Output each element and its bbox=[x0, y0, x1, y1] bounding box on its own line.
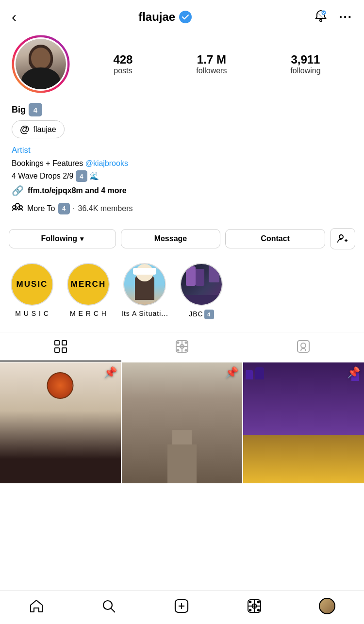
following-count: 3,911 bbox=[290, 53, 320, 66]
photo-grid: 📌 📌 bbox=[0, 362, 364, 483]
svg-point-0 bbox=[179, 11, 192, 23]
highlight-jbc[interactable]: JBC4 bbox=[178, 263, 225, 319]
svg-point-1 bbox=[320, 19, 322, 21]
tab-reels[interactable] bbox=[121, 332, 243, 361]
create-icon bbox=[174, 598, 189, 614]
bio-bookings-line: Bookings + Features @kiajbrooks bbox=[12, 158, 352, 169]
back-button[interactable]: ‹ bbox=[12, 10, 17, 24]
username-area: flaujae bbox=[138, 10, 192, 24]
display-name: Big 4 bbox=[12, 103, 352, 116]
nav-search[interactable] bbox=[101, 598, 116, 614]
svg-rect-14 bbox=[62, 348, 66, 352]
svg-point-7 bbox=[19, 206, 22, 209]
bio-section: Big 4 @ flaujae Artist Bookings + Featur… bbox=[0, 100, 364, 222]
tab-tagged[interactable] bbox=[243, 332, 364, 361]
svg-point-8 bbox=[339, 235, 343, 239]
svg-rect-13 bbox=[55, 348, 59, 352]
followers-label: followers bbox=[196, 66, 227, 75]
pin-icon-2: 📌 bbox=[225, 366, 238, 379]
profile-username: flaujae bbox=[138, 10, 175, 24]
highlight-merch-circle: MERCH bbox=[67, 263, 110, 306]
svg-point-25 bbox=[103, 601, 112, 609]
svg-rect-12 bbox=[62, 341, 66, 345]
members-count: 36.4K members bbox=[78, 204, 133, 213]
home-icon bbox=[29, 598, 44, 614]
link-chain-icon: 🔗 bbox=[12, 185, 24, 197]
svg-point-6 bbox=[13, 206, 16, 209]
verified-badge-icon bbox=[179, 11, 192, 23]
following-label: following bbox=[290, 66, 320, 75]
svg-point-17 bbox=[178, 342, 179, 344]
community-row[interactable]: More To 4 · 36.4K members bbox=[12, 201, 352, 215]
add-person-icon bbox=[337, 233, 348, 245]
threads-handle: flaujae bbox=[33, 125, 56, 134]
more-options-icon[interactable]: ··· bbox=[339, 11, 352, 23]
more-to-label: More To bbox=[27, 204, 55, 213]
highlights-section: MUSIC M U S I C MERCH M E R C H bbox=[0, 255, 364, 327]
followers-count: 1.7 M bbox=[196, 53, 227, 66]
contact-button[interactable]: Contact bbox=[225, 229, 325, 248]
avatar-image bbox=[14, 37, 67, 91]
nav-profile[interactable] bbox=[319, 598, 335, 614]
nav-icons: ··· bbox=[314, 9, 352, 25]
tab-grid[interactable] bbox=[0, 332, 121, 361]
highlight-situation[interactable]: Its A Situati... bbox=[121, 263, 168, 319]
highlight-jbc-label: JBC4 bbox=[189, 310, 214, 319]
svg-rect-11 bbox=[55, 341, 59, 345]
community-text: More To 4 · 36.4K members bbox=[27, 203, 132, 214]
link-text: ffm.to/ejpqx8m and 4 more bbox=[28, 186, 127, 195]
posts-label: posts bbox=[114, 66, 132, 75]
bottom-navigation bbox=[0, 591, 364, 624]
svg-point-18 bbox=[185, 342, 187, 344]
search-icon bbox=[101, 598, 116, 614]
avatar-wrapper[interactable] bbox=[12, 35, 70, 93]
grid-item-2[interactable]: 📌 bbox=[122, 362, 243, 483]
svg-point-32 bbox=[249, 601, 251, 603]
top-navigation: ‹ flaujae ··· bbox=[0, 0, 364, 30]
svg-point-34 bbox=[249, 609, 251, 611]
stat-following[interactable]: 3,911 following bbox=[290, 53, 320, 75]
tabs-bar bbox=[0, 332, 364, 362]
reels-icon bbox=[175, 339, 189, 354]
highlight-music[interactable]: MUSIC M U S I C bbox=[9, 263, 55, 319]
bio-artist-line: Artist bbox=[12, 144, 352, 157]
svg-line-26 bbox=[111, 608, 115, 612]
posts-count: 428 bbox=[113, 53, 132, 66]
svg-point-5 bbox=[16, 203, 19, 207]
highlight-jbc-circle bbox=[180, 263, 223, 306]
pin-icon-1: 📌 bbox=[104, 366, 117, 379]
bio-wave-line: 4 Wave Drops 2/9 4 🌊 bbox=[12, 170, 352, 182]
stat-followers[interactable]: 1.7 M followers bbox=[196, 53, 227, 75]
community-icon bbox=[12, 201, 23, 215]
number-badge: 4 bbox=[29, 103, 42, 116]
grid-icon bbox=[53, 339, 68, 354]
pin-icon-3: 📌 bbox=[347, 366, 360, 379]
stat-posts[interactable]: 428 posts bbox=[113, 53, 132, 75]
nav-create[interactable] bbox=[174, 598, 189, 614]
action-buttons: Following ▾ Message Contact bbox=[0, 222, 364, 255]
grid-item-3[interactable]: 📌 bbox=[243, 362, 364, 483]
threads-link[interactable]: @ flaujae bbox=[12, 120, 65, 138]
notification-bell-icon[interactable] bbox=[314, 9, 328, 25]
svg-point-19 bbox=[178, 350, 179, 351]
nav-reels[interactable] bbox=[247, 598, 262, 614]
highlight-situation-label: Its A Situati... bbox=[121, 310, 168, 317]
svg-point-20 bbox=[185, 350, 187, 351]
highlight-situation-circle bbox=[123, 263, 166, 306]
profile-avatar-thumbnail bbox=[319, 598, 335, 614]
svg-point-24 bbox=[301, 343, 306, 348]
following-button[interactable]: Following ▾ bbox=[9, 229, 116, 248]
highlight-music-circle: MUSIC bbox=[11, 263, 53, 306]
svg-rect-23 bbox=[298, 341, 309, 352]
profile-section: 428 posts 1.7 M followers 3,911 followin… bbox=[0, 30, 364, 100]
chevron-down-icon: ▾ bbox=[80, 235, 83, 243]
link-row[interactable]: 🔗 ffm.to/ejpqx8m and 4 more bbox=[12, 185, 352, 197]
stats-area: 428 posts 1.7 M followers 3,911 followin… bbox=[82, 53, 352, 75]
nav-home[interactable] bbox=[29, 598, 44, 614]
add-person-button[interactable] bbox=[330, 228, 355, 249]
grid-item-1[interactable]: 📌 bbox=[0, 362, 121, 483]
message-button[interactable]: Message bbox=[121, 229, 221, 248]
reels-nav-icon bbox=[247, 598, 262, 614]
highlight-merch[interactable]: MERCH M E R C H bbox=[65, 263, 112, 319]
svg-point-33 bbox=[257, 601, 259, 603]
